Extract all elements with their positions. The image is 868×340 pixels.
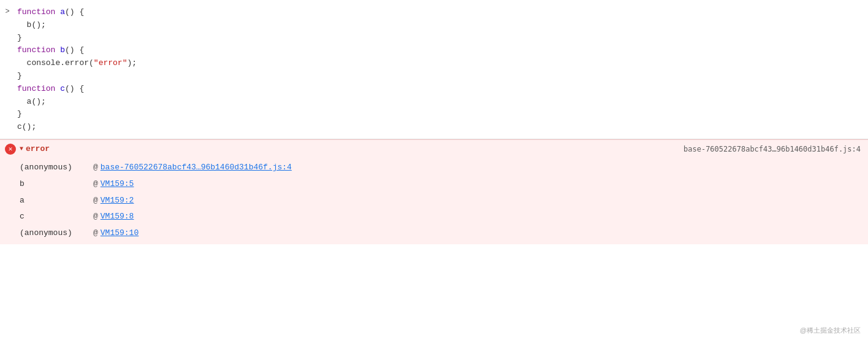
- error-source-right: base-760522678abcf43…96b1460d31b46f.js:4: [683, 145, 861, 153]
- stack-at-symbol: @: [93, 211, 98, 223]
- code-line: }: [0, 70, 868, 83]
- line-text: }: [17, 32, 868, 45]
- stack-link[interactable]: VM159:5: [101, 178, 134, 191]
- error-stack: (anonymous) @ base-760522678abcf43…96b14…: [0, 158, 868, 244]
- code-section: >function a() { b();}function b() { cons…: [0, 0, 868, 139]
- stack-at-symbol: @: [93, 227, 98, 240]
- stack-row: b @ VM159:5: [0, 176, 868, 193]
- stack-fn-name: b: [20, 178, 93, 191]
- line-text: function a() {: [17, 6, 868, 19]
- stack-at-symbol: @: [93, 195, 98, 207]
- stack-at-symbol: @: [93, 178, 98, 191]
- line-text: function b() {: [17, 44, 868, 57]
- code-line: console.error("error");: [0, 57, 868, 70]
- line-text: }: [17, 108, 868, 121]
- line-text: b();: [17, 19, 868, 32]
- error-icon: ✕: [5, 144, 16, 155]
- code-line: }: [0, 32, 868, 45]
- stack-fn-name: (anonymous): [20, 227, 93, 240]
- stack-link[interactable]: VM159:8: [101, 211, 134, 223]
- devtools-panel: >function a() { b();}function b() { cons…: [0, 0, 868, 340]
- stack-row: (anonymous) @ base-760522678abcf43…96b14…: [0, 160, 868, 176]
- stack-fn-name: (anonymous): [20, 161, 93, 174]
- line-text: function c() {: [17, 83, 868, 96]
- error-text: error: [26, 144, 50, 153]
- stack-link[interactable]: VM159:10: [101, 227, 139, 240]
- stack-fn-name: c: [20, 211, 93, 223]
- stack-fn-name: a: [20, 195, 93, 207]
- line-text: }: [17, 70, 868, 83]
- collapse-triangle[interactable]: ▼: [20, 145, 23, 152]
- stack-row: a @ VM159:2: [0, 193, 868, 209]
- error-section: ✕ ▼ error base-760522678abcf43…96b1460d3…: [0, 139, 868, 244]
- line-text: a();: [17, 96, 868, 109]
- line-arrow: >: [0, 6, 17, 18]
- code-line: }: [0, 108, 868, 121]
- error-label: ✕ ▼ error: [5, 144, 50, 155]
- error-header: ✕ ▼ error base-760522678abcf43…96b1460d3…: [0, 140, 868, 158]
- stack-at-symbol: @: [93, 161, 98, 174]
- line-text: c();: [17, 121, 868, 134]
- code-line: b();: [0, 19, 868, 32]
- line-text: console.error("error");: [17, 57, 868, 70]
- code-line: c();: [0, 121, 868, 134]
- stack-link[interactable]: VM159:2: [101, 195, 134, 207]
- watermark: @稀土掘金技术社区: [800, 326, 861, 335]
- code-line: function c() {: [0, 83, 868, 96]
- stack-row: c @ VM159:8: [0, 209, 868, 225]
- code-line: a();: [0, 96, 868, 109]
- stack-row: (anonymous) @ VM159:10: [0, 225, 868, 242]
- code-line: >function a() {: [0, 6, 868, 19]
- stack-link[interactable]: base-760522678abcf43…96b1460d31b46f.js:4: [101, 161, 292, 174]
- code-line: function b() {: [0, 44, 868, 57]
